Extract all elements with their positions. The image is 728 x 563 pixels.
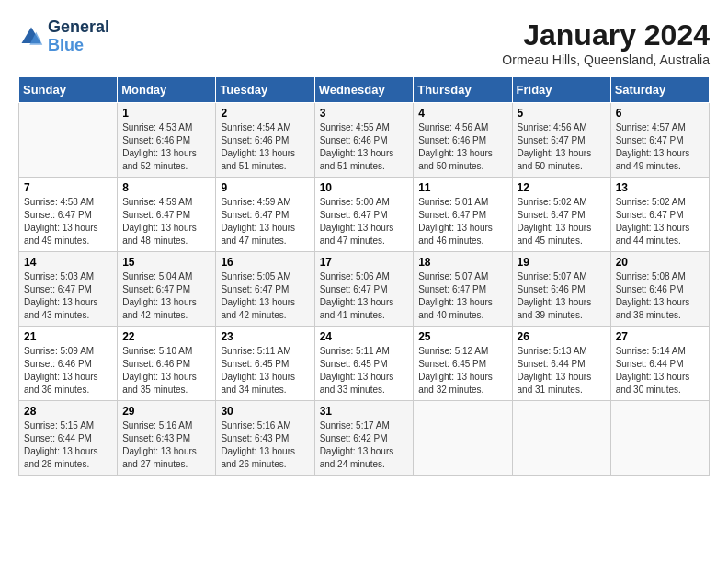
- day-number: 10: [320, 181, 409, 194]
- table-row: 25 Sunrise: 5:12 AMSunset: 6:45 PMDaylig…: [414, 327, 512, 401]
- day-info: Sunrise: 4:54 AMSunset: 6:46 PMDaylight:…: [221, 121, 309, 173]
- day-number: 30: [221, 405, 309, 418]
- day-info: Sunrise: 4:53 AMSunset: 6:46 PMDaylight:…: [122, 121, 210, 173]
- table-row: 22 Sunrise: 5:10 AMSunset: 6:46 PMDaylig…: [118, 327, 216, 401]
- month-title: January 2024: [502, 18, 710, 52]
- day-number: 7: [24, 181, 112, 194]
- day-number: 12: [518, 181, 606, 194]
- logo-text: General Blue: [48, 18, 109, 55]
- day-info: Sunrise: 4:59 AMSunset: 6:47 PMDaylight:…: [221, 196, 309, 247]
- day-info: Sunrise: 5:04 AMSunset: 6:47 PMDaylight:…: [122, 270, 210, 322]
- header-thursday: Thursday: [414, 77, 512, 103]
- day-number: 1: [122, 107, 210, 120]
- table-row: 17 Sunrise: 5:06 AMSunset: 6:47 PMDaylig…: [314, 252, 414, 327]
- logo: General Blue: [18, 18, 109, 55]
- calendar-table: Sunday Monday Tuesday Wednesday Thursday…: [18, 76, 710, 476]
- calendar-row: 7 Sunrise: 4:58 AMSunset: 6:47 PMDayligh…: [19, 178, 710, 252]
- day-info: Sunrise: 4:59 AMSunset: 6:47 PMDaylight:…: [122, 196, 210, 247]
- day-info: Sunrise: 5:07 AMSunset: 6:46 PMDaylight:…: [518, 270, 606, 322]
- table-row: 9 Sunrise: 4:59 AMSunset: 6:47 PMDayligh…: [216, 178, 314, 252]
- day-info: Sunrise: 4:56 AMSunset: 6:47 PMDaylight:…: [518, 121, 606, 173]
- table-row: 6 Sunrise: 4:57 AMSunset: 6:47 PMDayligh…: [610, 103, 709, 178]
- table-row: 15 Sunrise: 5:04 AMSunset: 6:47 PMDaylig…: [118, 252, 216, 327]
- table-row: [610, 401, 709, 476]
- calendar-row: 28 Sunrise: 5:15 AMSunset: 6:44 PMDaylig…: [19, 401, 710, 476]
- day-info: Sunrise: 5:02 AMSunset: 6:47 PMDaylight:…: [616, 196, 704, 247]
- header-row: Sunday Monday Tuesday Wednesday Thursday…: [19, 77, 710, 103]
- day-number: 22: [122, 330, 210, 343]
- day-info: Sunrise: 5:16 AMSunset: 6:43 PMDaylight:…: [221, 419, 309, 471]
- day-info: Sunrise: 5:11 AMSunset: 6:45 PMDaylight:…: [221, 345, 309, 396]
- table-row: 29 Sunrise: 5:16 AMSunset: 6:43 PMDaylig…: [118, 401, 216, 476]
- header-sunday: Sunday: [19, 77, 118, 103]
- table-row: 12 Sunrise: 5:02 AMSunset: 6:47 PMDaylig…: [512, 178, 610, 252]
- day-number: 2: [221, 107, 309, 120]
- header-wednesday: Wednesday: [314, 77, 414, 103]
- day-info: Sunrise: 5:15 AMSunset: 6:44 PMDaylight:…: [24, 419, 112, 471]
- day-number: 29: [122, 405, 210, 418]
- day-number: 18: [418, 256, 506, 269]
- header-saturday: Saturday: [610, 77, 709, 103]
- day-info: Sunrise: 5:01 AMSunset: 6:47 PMDaylight:…: [418, 196, 506, 247]
- day-number: 19: [518, 256, 606, 269]
- table-row: 2 Sunrise: 4:54 AMSunset: 6:46 PMDayligh…: [216, 103, 314, 178]
- title-section: January 2024 Ormeau Hills, Queensland, A…: [502, 18, 710, 67]
- table-row: 23 Sunrise: 5:11 AMSunset: 6:45 PMDaylig…: [216, 327, 314, 401]
- table-row: 8 Sunrise: 4:59 AMSunset: 6:47 PMDayligh…: [118, 178, 216, 252]
- day-number: 26: [518, 330, 606, 343]
- day-info: Sunrise: 4:58 AMSunset: 6:47 PMDaylight:…: [24, 196, 112, 247]
- day-info: Sunrise: 5:10 AMSunset: 6:46 PMDaylight:…: [122, 345, 210, 396]
- day-number: 13: [616, 181, 704, 194]
- day-number: 31: [320, 405, 409, 418]
- table-row: 27 Sunrise: 5:14 AMSunset: 6:44 PMDaylig…: [610, 327, 709, 401]
- day-number: 28: [24, 405, 112, 418]
- day-info: Sunrise: 5:14 AMSunset: 6:44 PMDaylight:…: [616, 345, 704, 396]
- table-row: 5 Sunrise: 4:56 AMSunset: 6:47 PMDayligh…: [512, 103, 610, 178]
- day-info: Sunrise: 5:16 AMSunset: 6:43 PMDaylight:…: [122, 419, 210, 471]
- day-number: 15: [122, 256, 210, 269]
- table-row: 28 Sunrise: 5:15 AMSunset: 6:44 PMDaylig…: [19, 401, 118, 476]
- table-row: 20 Sunrise: 5:08 AMSunset: 6:46 PMDaylig…: [610, 252, 709, 327]
- day-info: Sunrise: 5:12 AMSunset: 6:45 PMDaylight:…: [418, 345, 506, 396]
- day-number: 14: [24, 256, 112, 269]
- day-info: Sunrise: 5:02 AMSunset: 6:47 PMDaylight:…: [518, 196, 606, 247]
- table-row: 26 Sunrise: 5:13 AMSunset: 6:44 PMDaylig…: [512, 327, 610, 401]
- table-row: 1 Sunrise: 4:53 AMSunset: 6:46 PMDayligh…: [118, 103, 216, 178]
- day-info: Sunrise: 4:57 AMSunset: 6:47 PMDaylight:…: [616, 121, 704, 173]
- day-info: Sunrise: 4:55 AMSunset: 6:46 PMDaylight:…: [320, 121, 409, 173]
- table-row: 10 Sunrise: 5:00 AMSunset: 6:47 PMDaylig…: [314, 178, 414, 252]
- day-number: 9: [221, 181, 309, 194]
- day-number: 21: [24, 330, 112, 343]
- header-monday: Monday: [118, 77, 216, 103]
- day-number: 27: [616, 330, 704, 343]
- day-number: 5: [518, 107, 606, 120]
- table-row: 16 Sunrise: 5:05 AMSunset: 6:47 PMDaylig…: [216, 252, 314, 327]
- table-row: 3 Sunrise: 4:55 AMSunset: 6:46 PMDayligh…: [314, 103, 414, 178]
- day-info: Sunrise: 5:17 AMSunset: 6:42 PMDaylight:…: [320, 419, 409, 471]
- table-row: 4 Sunrise: 4:56 AMSunset: 6:46 PMDayligh…: [414, 103, 512, 178]
- day-info: Sunrise: 4:56 AMSunset: 6:46 PMDaylight:…: [418, 121, 506, 173]
- day-number: 23: [221, 330, 309, 343]
- day-number: 3: [320, 107, 409, 120]
- table-row: 19 Sunrise: 5:07 AMSunset: 6:46 PMDaylig…: [512, 252, 610, 327]
- table-row: 18 Sunrise: 5:07 AMSunset: 6:47 PMDaylig…: [414, 252, 512, 327]
- table-row: [19, 103, 118, 178]
- table-row: 14 Sunrise: 5:03 AMSunset: 6:47 PMDaylig…: [19, 252, 118, 327]
- day-number: 20: [616, 256, 704, 269]
- logo-icon: [18, 24, 44, 50]
- day-info: Sunrise: 5:13 AMSunset: 6:44 PMDaylight:…: [518, 345, 606, 396]
- day-info: Sunrise: 5:07 AMSunset: 6:47 PMDaylight:…: [418, 270, 506, 322]
- day-info: Sunrise: 5:11 AMSunset: 6:45 PMDaylight:…: [320, 345, 409, 396]
- day-number: 8: [122, 181, 210, 194]
- table-row: 7 Sunrise: 4:58 AMSunset: 6:47 PMDayligh…: [19, 178, 118, 252]
- header-tuesday: Tuesday: [216, 77, 314, 103]
- day-number: 17: [320, 256, 409, 269]
- day-info: Sunrise: 5:09 AMSunset: 6:46 PMDaylight:…: [24, 345, 112, 396]
- day-number: 24: [320, 330, 409, 343]
- header-friday: Friday: [512, 77, 610, 103]
- day-number: 4: [418, 107, 506, 120]
- table-row: [414, 401, 512, 476]
- table-row: 21 Sunrise: 5:09 AMSunset: 6:46 PMDaylig…: [19, 327, 118, 401]
- day-info: Sunrise: 5:05 AMSunset: 6:47 PMDaylight:…: [221, 270, 309, 322]
- table-row: 30 Sunrise: 5:16 AMSunset: 6:43 PMDaylig…: [216, 401, 314, 476]
